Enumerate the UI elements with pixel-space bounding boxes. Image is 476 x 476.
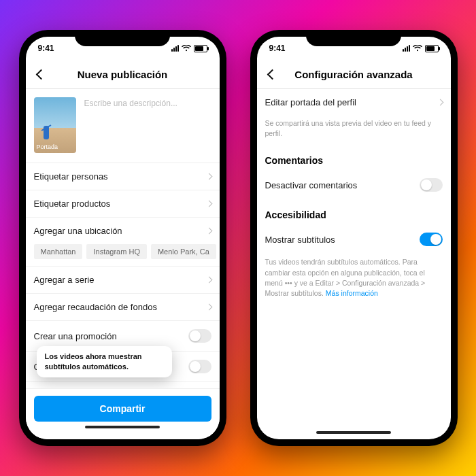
chevron-left-icon bbox=[36, 69, 47, 80]
header: Nueva publicación bbox=[26, 60, 220, 89]
add-fundraiser-row[interactable]: Agregar recaudación de fondos bbox=[26, 293, 220, 320]
caption-row: Portada Escribe una descripción... bbox=[26, 89, 220, 163]
row-label: Agregar recaudación de fondos bbox=[34, 302, 157, 312]
chevron-right-icon bbox=[205, 304, 212, 311]
row-label: Editar portada del perfil bbox=[265, 97, 356, 107]
home-indicator bbox=[316, 431, 391, 434]
captions-subtitle: Tus videos tendrán subtítulos automático… bbox=[257, 254, 451, 305]
home-indicator bbox=[85, 426, 160, 428]
tag-products-row[interactable]: Etiquetar productos bbox=[26, 190, 220, 217]
captions-tooltip: Los videos ahora muestran subtítulos aut… bbox=[37, 346, 172, 377]
row-label: Desactivar comentarios bbox=[265, 180, 358, 190]
promo-toggle[interactable] bbox=[188, 329, 211, 343]
battery-icon bbox=[194, 45, 207, 52]
back-button[interactable] bbox=[31, 60, 52, 88]
location-chip[interactable]: Manhattan bbox=[34, 244, 83, 259]
truncated-toggle[interactable] bbox=[188, 360, 211, 373]
share-button[interactable]: Compartir bbox=[34, 396, 211, 422]
add-series-row[interactable]: Agregar a serie bbox=[26, 266, 220, 293]
chevron-right-icon bbox=[205, 201, 212, 207]
edit-cover-row[interactable]: Editar portada del perfil bbox=[257, 89, 451, 116]
cover-thumbnail[interactable]: Portada bbox=[34, 97, 76, 153]
status-right bbox=[171, 45, 207, 52]
page-title: Nueva publicación bbox=[78, 69, 168, 80]
caption-input[interactable]: Escribe una descripción... bbox=[84, 97, 177, 153]
page-title: Configuración avanzada bbox=[294, 69, 412, 80]
disable-comments-toggle[interactable] bbox=[420, 178, 443, 192]
disable-comments-row[interactable]: Desactivar comentarios bbox=[257, 170, 451, 200]
location-chip[interactable]: Instagram HQ bbox=[86, 244, 146, 259]
show-captions-toggle[interactable] bbox=[420, 233, 443, 246]
back-button[interactable] bbox=[262, 60, 283, 88]
screen-right: 9:41 Configuración avanzada Editar porta… bbox=[257, 37, 451, 439]
wifi-icon bbox=[413, 45, 422, 52]
stage: 9:41 Nueva publicación Portada Escr bbox=[0, 0, 476, 476]
accessibility-header: Accesibilidad bbox=[257, 200, 451, 224]
row-label: Mostrar subtítulos bbox=[265, 235, 335, 245]
phone-left: 9:41 Nueva publicación Portada Escr bbox=[19, 30, 226, 446]
location-chip[interactable]: Menlo Park, Ca bbox=[151, 244, 216, 259]
comments-header: Comentarios bbox=[257, 146, 451, 170]
chevron-right-icon bbox=[205, 173, 212, 180]
row-label: Etiquetar personas bbox=[34, 171, 108, 182]
wifi-icon bbox=[182, 45, 191, 52]
chevron-right-icon bbox=[205, 228, 212, 235]
tag-people-row[interactable]: Etiquetar personas bbox=[26, 163, 220, 190]
status-right bbox=[403, 45, 439, 52]
chevron-right-icon bbox=[205, 277, 212, 284]
row-label: Etiquetar productos bbox=[34, 199, 111, 209]
body-right: Editar portada del perfil Se compartirá … bbox=[257, 89, 451, 427]
more-info-link[interactable]: Más información bbox=[326, 289, 378, 297]
advanced-settings-row[interactable]: Configuración avanzada bbox=[26, 381, 220, 388]
bottom-bar: Compartir bbox=[26, 388, 220, 439]
phone-right: 9:41 Configuración avanzada Editar porta… bbox=[250, 30, 458, 446]
notch bbox=[306, 30, 401, 46]
screen-left: 9:41 Nueva publicación Portada Escr bbox=[26, 37, 220, 439]
row-label: Crear una promoción bbox=[34, 331, 117, 341]
location-chips: Manhattan Instagram HQ Menlo Park, Ca bbox=[26, 244, 220, 266]
signal-icon bbox=[171, 45, 179, 52]
header: Configuración avanzada bbox=[257, 60, 451, 89]
show-captions-row[interactable]: Mostrar subtítulos bbox=[257, 224, 451, 254]
row-label: Agregar a serie bbox=[34, 275, 95, 285]
battery-icon bbox=[425, 45, 439, 52]
chevron-right-icon bbox=[437, 99, 443, 106]
add-location-row[interactable]: Agregar una ubicación bbox=[26, 217, 220, 244]
status-time: 9:41 bbox=[269, 44, 286, 53]
edit-cover-subtitle: Se compartirá una vista previa del video… bbox=[257, 116, 451, 146]
body-left: Portada Escribe una descripción... Etiqu… bbox=[26, 89, 220, 388]
cover-label: Portada bbox=[34, 143, 61, 153]
notch bbox=[75, 30, 170, 46]
chevron-left-icon bbox=[267, 69, 278, 80]
status-time: 9:41 bbox=[38, 44, 54, 53]
signal-icon bbox=[403, 45, 410, 52]
row-label: Agregar una ubicación bbox=[34, 226, 122, 236]
